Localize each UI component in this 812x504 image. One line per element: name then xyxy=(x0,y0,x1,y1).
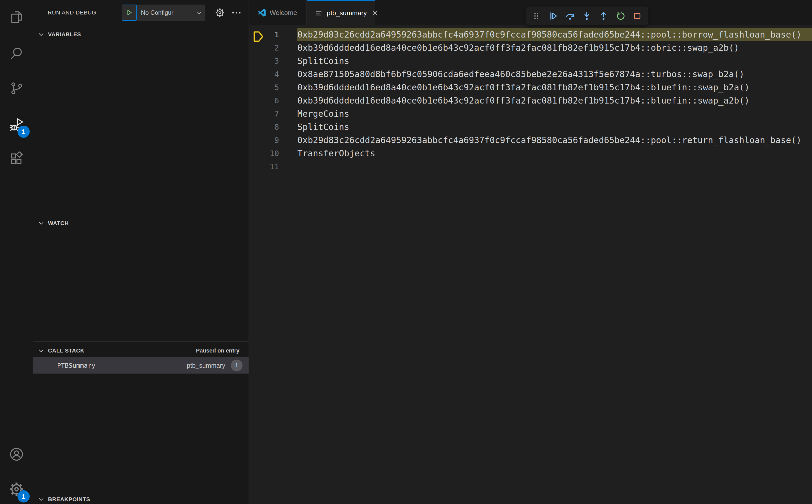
line-number: 3 xyxy=(274,56,279,65)
section-header-variables[interactable]: VARIABLES xyxy=(33,25,248,44)
editor-line[interactable]: 4 0x8ae871505a80d8bf6bf9c05906cda6edfeea… xyxy=(249,68,812,81)
activitybar-extensions[interactable] xyxy=(0,145,33,173)
settings-badge: 1 xyxy=(18,490,30,502)
account-icon xyxy=(9,447,24,462)
debug-toolbar xyxy=(526,7,648,25)
tab-label: Welcome xyxy=(270,9,297,17)
step-over-button[interactable] xyxy=(563,9,577,23)
editor-line[interactable]: 9 0xb29d83c26cdd2a64959263abbcfc4a6937f0… xyxy=(249,133,812,147)
call-stack-frame[interactable]: PTBSummary ptb_summary 1 xyxy=(33,357,248,374)
close-icon[interactable] xyxy=(371,9,379,17)
variables-label: VARIABLES xyxy=(48,31,81,38)
activitybar-run-and-debug[interactable]: 1 xyxy=(0,110,33,139)
gripper-icon xyxy=(531,11,542,21)
chevron-down-icon xyxy=(38,496,44,503)
code-text[interactable]: SplitCoins xyxy=(297,122,349,132)
sidebar-header: RUN AND DEBUG No Configur xyxy=(33,0,248,25)
editor-line[interactable]: 5 0xb39d6dddedd16ed8a40ce0b1e6b43c92acf0… xyxy=(249,81,812,94)
debug-step-out-icon xyxy=(598,11,609,21)
toolbar-drag-handle[interactable] xyxy=(529,9,543,23)
activitybar-source-control[interactable] xyxy=(0,74,33,103)
extensions-icon xyxy=(9,152,24,167)
gutter-line-1[interactable]: 1 xyxy=(249,30,287,39)
activitybar-accounts[interactable] xyxy=(0,440,33,468)
editor-pane[interactable]: 1 0xb29d83c26cdd2a64959263abbcfc4a6937f0… xyxy=(249,25,812,504)
execution-pointer-icon xyxy=(253,31,264,42)
start-debugging-button[interactable] xyxy=(122,5,137,21)
frame-name: PTBSummary xyxy=(57,362,95,369)
gutter[interactable]: 11 xyxy=(249,162,287,171)
line-number: 4 xyxy=(274,70,279,79)
chevron-down-icon xyxy=(38,347,44,354)
restart-button[interactable] xyxy=(614,9,628,23)
line-number: 11 xyxy=(270,162,279,171)
activitybar-search[interactable] xyxy=(0,39,33,68)
activitybar-settings[interactable]: 1 xyxy=(0,475,33,503)
activitybar-explorer[interactable] xyxy=(0,3,33,31)
code-text[interactable]: TransferObjects xyxy=(297,148,375,158)
gutter[interactable]: 8 xyxy=(249,122,287,131)
editor-line[interactable]: 8 SplitCoins xyxy=(249,120,812,133)
code-text[interactable]: 0xb39d6dddedd16ed8a40ce0b1e6b43c92acf0ff… xyxy=(297,95,750,106)
tab-label: ptb_summary xyxy=(327,9,367,17)
vscode-window: 1 1 xyxy=(0,0,812,504)
ellipsis-icon xyxy=(231,7,242,18)
code-text[interactable]: 0xb39d6dddedd16ed8a40ce0b1e6b43c92acf0ff… xyxy=(297,82,750,92)
frame-source: ptb_summary xyxy=(187,362,225,369)
gutter[interactable]: 10 xyxy=(249,149,287,158)
section-header-breakpoints[interactable]: BREAKPOINTS xyxy=(33,490,248,504)
sidebar-title: RUN AND DEBUG xyxy=(48,9,96,16)
play-icon xyxy=(125,8,134,17)
editor-line[interactable]: 7 MergeCoins xyxy=(249,107,812,120)
editor-lines: 1 0xb29d83c26cdd2a64959263abbcfc4a6937f0… xyxy=(249,25,812,173)
editor-line[interactable]: 2 0xb39d6dddedd16ed8a40ce0b1e6b43c92acf0… xyxy=(249,41,812,54)
code-text[interactable]: 0x8ae871505a80d8bf6bf9c05906cda6edfeea46… xyxy=(297,69,744,79)
stop-button[interactable] xyxy=(630,9,644,23)
chevron-down-icon xyxy=(38,31,44,38)
debug-config-control[interactable]: No Configur xyxy=(122,5,205,21)
debug-settings-button[interactable] xyxy=(214,7,225,18)
code-text[interactable]: SplitCoins xyxy=(297,56,349,66)
editor-line[interactable]: 11 xyxy=(249,160,812,173)
gutter[interactable]: 4 xyxy=(249,70,287,79)
more-actions-button[interactable] xyxy=(231,7,242,18)
watch-label: WATCH xyxy=(48,220,69,227)
gear-icon xyxy=(214,7,225,18)
section-header-watch[interactable]: WATCH xyxy=(33,214,248,232)
gutter[interactable]: 9 xyxy=(249,136,287,145)
editor-line[interactable]: 10 TransferObjects xyxy=(249,147,812,160)
editor-line-current[interactable]: 1 0xb29d83c26cdd2a64959263abbcfc4a6937f0… xyxy=(249,28,812,41)
line-number: 10 xyxy=(270,149,279,158)
debug-continue-icon xyxy=(548,11,558,21)
continue-button[interactable] xyxy=(546,9,560,23)
breakpoints-label: BREAKPOINTS xyxy=(48,496,90,503)
tab-welcome[interactable]: Welcome xyxy=(249,0,307,25)
code-text[interactable]: 0xb39d6dddedd16ed8a40ce0b1e6b43c92acf0ff… xyxy=(297,43,739,53)
gutter[interactable]: 3 xyxy=(249,56,287,65)
debug-stop-icon xyxy=(632,11,643,21)
gutter[interactable]: 6 xyxy=(249,96,287,105)
debug-badge: 1 xyxy=(18,126,30,138)
frame-badge: 1 xyxy=(231,360,242,371)
tab-ptb-summary[interactable]: ptb_summary xyxy=(307,0,375,25)
debug-config-dropdown[interactable]: No Configur xyxy=(137,9,196,16)
gutter[interactable]: 7 xyxy=(249,109,287,118)
activity-bar: 1 1 xyxy=(0,0,33,504)
code-text[interactable]: 0xb29d83c26cdd2a64959263abbcfc4a6937f0c9… xyxy=(297,135,802,145)
editor-line[interactable]: 3 SplitCoins xyxy=(249,54,812,68)
step-into-button[interactable] xyxy=(580,9,594,23)
vscode-logo-icon xyxy=(257,8,266,17)
line-number: 1 xyxy=(274,30,279,39)
editor-line[interactable]: 6 0xb39d6dddedd16ed8a40ce0b1e6b43c92acf0… xyxy=(249,94,812,107)
gutter[interactable]: 5 xyxy=(249,83,287,92)
run-and-debug-sidebar: RUN AND DEBUG No Configur xyxy=(33,0,249,504)
line-number: 9 xyxy=(274,136,279,145)
list-icon xyxy=(315,9,323,18)
code-text[interactable]: MergeCoins xyxy=(297,109,349,119)
code-text[interactable]: 0xb29d83c26cdd2a64959263abbcfc4a6937f0c9… xyxy=(297,29,802,40)
line-number: 8 xyxy=(274,122,279,131)
search-icon xyxy=(9,46,24,61)
debug-step-into-icon xyxy=(582,11,592,21)
step-out-button[interactable] xyxy=(597,9,611,23)
gutter[interactable]: 2 xyxy=(249,43,287,52)
